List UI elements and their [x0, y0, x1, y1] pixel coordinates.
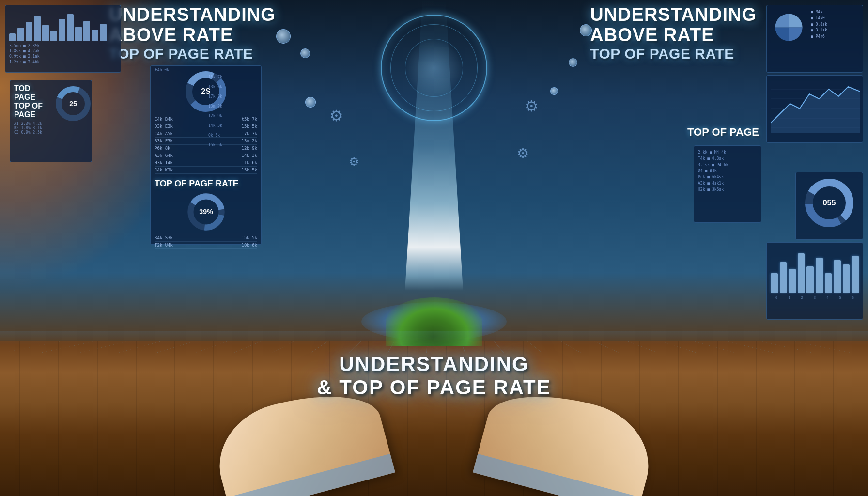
bubble-4: [569, 58, 577, 67]
data-line-7: H3k I4k11k 6k: [155, 159, 257, 167]
donut-center-left-container: 2S: [155, 70, 257, 113]
title-left-main: UNDERSTANDING: [109, 5, 293, 25]
tod-label: TOD PAGE: [14, 84, 50, 102]
top-of-label: TOP OF: [14, 102, 50, 110]
top-right-donut-panel: ■ M4k ■ T4k0 ■ 0.8sk ■ 3.1sk ■ P4k6: [766, 5, 863, 73]
tod-data-lines: A1 2.3% 4.2k B2 1.8% 3.1k C3 0.9% 2.5k: [14, 122, 88, 135]
gear-icon-2: ⚙: [349, 155, 359, 169]
right-donut-container: 055: [800, 176, 859, 230]
bar-2: [17, 28, 24, 41]
right-data-4: D4 ■ B4k: [698, 168, 757, 174]
tr-label-2: ■ T4k0: [811, 16, 827, 22]
sleeve-right: [473, 454, 641, 496]
bar-chart-top-left: [9, 9, 117, 43]
top-right-donut-svg: [771, 9, 807, 46]
bottom-top-page-text: & TOP OF PAGE RATE: [317, 376, 551, 399]
table-reflection: [0, 331, 868, 346]
bar-chart-top-left-panel: 3.5mo ■ 2.3%k 1.8sk ■ 4.2ak 0.9tk ■ 2.1a…: [5, 5, 121, 73]
bar-8: [67, 14, 74, 41]
bar-1: [9, 33, 16, 41]
top-right-labels: ■ M4k ■ T4k0 ■ 0.8sk ■ 3.1sk ■ P4k6: [811, 9, 827, 46]
rbar-5: [806, 266, 814, 293]
right-data-3: 3.1sk ■ P4 6k: [698, 162, 757, 169]
scatter-3: 13k 6k: [208, 85, 222, 89]
data-line-2: D3k E3k15k 5k: [155, 123, 257, 130]
rbar-9: [843, 264, 850, 293]
scatter-9: 15k 5k: [208, 143, 222, 147]
tod-page-left: TOD PAGE TOP OF PAGE: [14, 84, 50, 119]
right-data-content: 2 kk ■ M4 4k T4k ■ 0.8sk 3.1sk ■ P4 6k D…: [698, 150, 757, 193]
right-line-chart-svg: [771, 79, 860, 138]
page-label: PAGE: [14, 110, 50, 119]
rbar-8: [834, 260, 841, 293]
top-of-page-label: TOP OF PAGE: [687, 126, 759, 139]
bar-11: [92, 30, 98, 41]
svg-text:39%: 39%: [199, 208, 213, 216]
title-left-panel: UNDERSTANDING ABOVE RATE TOP OF PAGE RAT…: [109, 5, 293, 63]
gear-icon-4: ⚙: [517, 145, 529, 161]
chart-label-4: 1.2sk ■ 3.4bk: [9, 60, 117, 65]
tr-label-1: ■ M4k: [811, 9, 827, 16]
data-line-1: E4k B4kt5k 7k: [155, 116, 257, 123]
bar-9: [75, 27, 82, 41]
scatter-1: E4h 0k: [155, 68, 169, 72]
title-right-panel: UNDERSTANDING ABOVE RATE TOP OF PAGE RAT…: [590, 5, 757, 62]
bottom-understanding-text: UNDERSTANDING: [317, 353, 551, 376]
svg-text:25: 25: [69, 100, 77, 108]
title-right-above-rate: ABOVE RATE: [590, 25, 757, 46]
scatter-7: 14k 3k: [208, 124, 222, 128]
axis-6: 5: [834, 296, 846, 300]
top-page-rate-label: TOP OF PAGE RATE: [155, 179, 257, 189]
chart-label-2: 1.8sk ■ 4.2ak: [9, 48, 117, 54]
extra-line-1: R4k S3k15k 5k: [155, 234, 257, 242]
extra-line-2: T2k U4k10k 6k: [155, 242, 257, 249]
bar-6: [50, 31, 57, 41]
data-line-6: A3h G4k14k 3k: [155, 152, 257, 159]
right-donut-panel: 055: [795, 172, 863, 240]
data-3: C3 0.9% 2.5k: [14, 130, 88, 135]
top-right-content: ■ M4k ■ T4k0 ■ 0.8sk ■ 3.1sk ■ P4k6: [771, 9, 859, 46]
rbar-6: [816, 258, 823, 293]
top-of-page-right-label: TOP OF PAGE: [687, 126, 759, 139]
gear-icon-1: ⚙: [329, 107, 343, 125]
right-donut-svg: 055: [803, 176, 856, 230]
donut-2-svg: 39%: [186, 191, 227, 232]
axis-7: 6: [847, 296, 859, 300]
bar-axis-labels: 0 1 2 3 4 5 6: [771, 296, 859, 300]
rbar-7: [825, 273, 832, 293]
right-data-2: T4k ■ 0.8sk: [698, 156, 757, 162]
rbar-1: [771, 273, 778, 293]
bubble-5: [305, 97, 316, 108]
right-bottom-bar-panel: 0 1 2 3 4 5 6: [766, 242, 863, 320]
second-donut-area: TOP OF PAGE RATE 39% R4k S3k15k 5k T2k U…: [155, 179, 257, 249]
bar-4: [34, 16, 41, 41]
data-line-4: B3k F3k13m 2k: [155, 138, 257, 145]
chart-label-1: 3.5mo ■ 2.3%k: [9, 43, 117, 48]
right-data-1: 2 kk ■ M4 4k: [698, 150, 757, 156]
bar-12: [100, 24, 107, 41]
right-data-panel: 2 kk ■ M4 4k T4k ■ 0.8sk 3.1sk ■ P4 6k D…: [694, 145, 761, 223]
rbar-2: [780, 262, 787, 293]
extra-data-lines: R4k S3k15k 5k T2k U4k10k 6k: [155, 234, 257, 249]
right-data-7: H2k ■ 3k6sk: [698, 187, 757, 193]
title-right-top-page: TOP OF PAGE RATE: [590, 46, 757, 62]
bottom-text-area: UNDERSTANDING & TOP OF PAGE RATE: [317, 353, 551, 399]
bar-3: [26, 22, 32, 41]
tod-page-panel: TOD PAGE TOP OF PAGE 25 A1 2.3% 4.2k B2 …: [10, 80, 92, 162]
right-data-5: Pck ■ 6k4sk: [698, 174, 757, 181]
data-line-8: J4k K3k15k 5k: [155, 167, 257, 174]
tr-label-3: ■ 0.8sk: [811, 22, 827, 28]
axis-3: 2: [796, 296, 808, 300]
donut-left-small: 25: [54, 84, 88, 118]
svg-text:055: 055: [823, 199, 836, 207]
bubble-6: [550, 87, 558, 95]
bar-10: [83, 21, 90, 41]
axis-5: 4: [822, 296, 833, 300]
scatter-8: 0k 6k: [208, 133, 220, 138]
pie-segment-2: [789, 28, 803, 41]
hud-ring-container: [381, 15, 487, 121]
axis-2: 1: [783, 296, 795, 300]
title-left-top-page: TOP OF PAGE RATE: [109, 46, 293, 62]
pie-segment-1: [789, 14, 803, 27]
scatter-6: 12k 9k: [208, 114, 222, 118]
